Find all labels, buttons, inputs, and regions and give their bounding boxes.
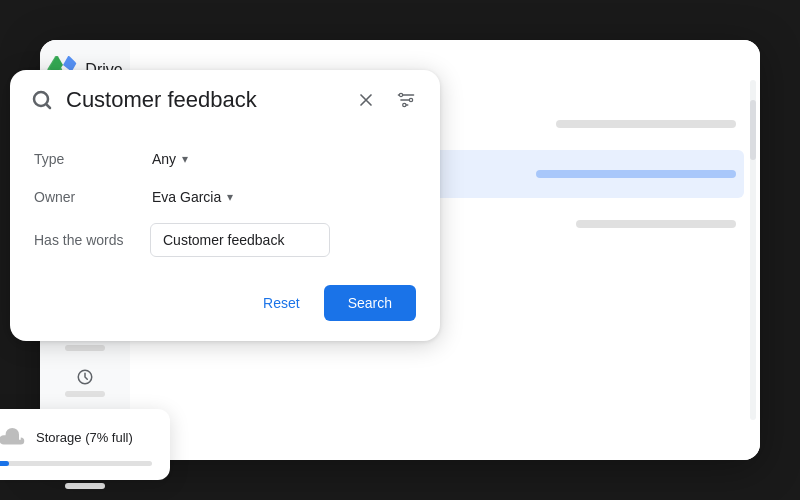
words-filter-label: Has the words (34, 232, 134, 248)
sidebar-item-clock[interactable] (49, 361, 121, 403)
svg-point-9 (409, 98, 412, 101)
storage-info: Storage (7% full) (0, 423, 152, 451)
search-header-actions (352, 86, 420, 114)
svg-point-10 (403, 103, 406, 106)
filter-options-button[interactable] (392, 86, 420, 114)
sidebar-item-bar (65, 345, 105, 351)
row-date-bar (576, 220, 736, 228)
reset-button[interactable]: Reset (251, 287, 312, 319)
scrollbar-track[interactable] (750, 80, 756, 420)
owner-dropdown-arrow: ▾ (227, 190, 233, 204)
words-filter-row: Has the words (34, 223, 416, 257)
app-container: Drive + New (40, 40, 760, 460)
close-dialog-button[interactable] (352, 86, 380, 114)
clock-icon (75, 367, 95, 387)
scrollbar-thumb (750, 100, 756, 160)
owner-filter-value: Eva Garcia (152, 189, 221, 205)
type-filter-row: Type Any ▾ (34, 147, 416, 171)
type-filter-value: Any (152, 151, 176, 167)
sidebar-item-bar (65, 483, 105, 489)
search-filters: Type Any ▾ Owner Eva Garcia ▾ Has the wo… (10, 131, 440, 273)
search-icon (30, 88, 54, 112)
owner-filter-row: Owner Eva Garcia ▾ (34, 185, 416, 209)
owner-filter-select[interactable]: Eva Garcia ▾ (150, 185, 235, 209)
sidebar-item-bar (65, 391, 105, 397)
storage-bar-fill (0, 461, 9, 466)
svg-point-8 (399, 93, 402, 96)
search-dialog: Customer feedback Type (10, 70, 440, 341)
search-actions: Reset Search (10, 273, 440, 341)
search-button[interactable]: Search (324, 285, 416, 321)
cloud-icon (0, 423, 26, 451)
row-date-bar (536, 170, 736, 178)
search-header: Customer feedback (10, 70, 440, 131)
words-filter-input[interactable] (150, 223, 330, 257)
storage-card: Storage (7% full) (0, 409, 170, 480)
svg-point-7 (34, 92, 48, 106)
row-date-bar (556, 120, 736, 128)
type-dropdown-arrow: ▾ (182, 152, 188, 166)
type-filter-select[interactable]: Any ▾ (150, 147, 190, 171)
storage-text: Storage (7% full) (36, 430, 133, 445)
type-filter-label: Type (34, 151, 134, 167)
owner-filter-label: Owner (34, 189, 134, 205)
search-query-text: Customer feedback (66, 87, 340, 113)
storage-bar-background (0, 461, 152, 466)
